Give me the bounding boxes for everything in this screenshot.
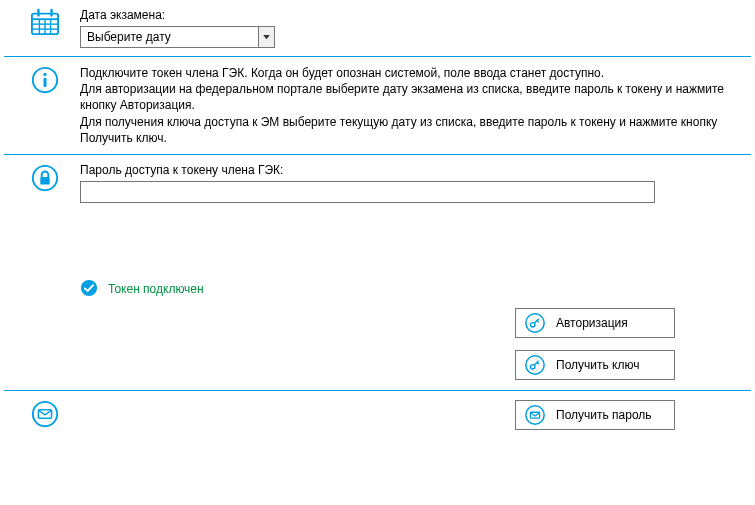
password-section: Пароль доступа к токену члена ГЭК: (0, 155, 755, 211)
dropdown-arrow-icon (258, 27, 274, 47)
info-line: Для получения ключа доступа к ЭМ выберит… (80, 114, 725, 146)
svg-point-16 (531, 323, 535, 327)
calendar-icon (30, 25, 60, 39)
svg-rect-11 (44, 78, 47, 87)
key-icon (524, 312, 546, 334)
svg-point-23 (33, 402, 57, 426)
button-label: Получить пароль (556, 408, 652, 422)
password-input[interactable] (80, 181, 655, 203)
button-label: Получить ключ (556, 358, 639, 372)
info-section: Подключите токен члена ГЭК. Когда он буд… (0, 57, 755, 154)
status-text: Токен подключен (108, 282, 204, 296)
action-buttons: Авторизация Получить ключ (0, 304, 755, 390)
info-icon (30, 84, 60, 98)
svg-point-20 (531, 365, 535, 369)
date-select[interactable]: Выберите дату (80, 26, 275, 48)
date-section: Дата экзамена: Выберите дату (0, 0, 755, 56)
get-key-button[interactable]: Получить ключ (515, 350, 675, 380)
date-label: Дата экзамена: (80, 8, 725, 22)
info-line: Подключите токен члена ГЭК. Когда он буд… (80, 65, 725, 81)
token-status: Токен подключен (0, 261, 755, 304)
check-circle-icon (80, 279, 98, 300)
bottom-section: Получить пароль (0, 391, 755, 440)
svg-line-18 (537, 320, 539, 322)
button-label: Авторизация (556, 316, 628, 330)
svg-point-14 (81, 280, 97, 296)
envelope-icon (524, 404, 546, 426)
svg-rect-13 (40, 177, 49, 185)
auth-button[interactable]: Авторизация (515, 308, 675, 338)
date-select-value: Выберите дату (81, 27, 258, 47)
svg-point-10 (43, 73, 46, 76)
envelope-icon (30, 418, 60, 432)
password-label: Пароль доступа к токену члена ГЭК: (80, 163, 725, 177)
svg-line-22 (537, 362, 539, 364)
lock-icon (30, 182, 60, 196)
key-icon (524, 354, 546, 376)
svg-point-25 (526, 406, 544, 424)
info-line: Для авторизации на федеральном портале в… (80, 81, 725, 113)
get-password-button[interactable]: Получить пароль (515, 400, 675, 430)
